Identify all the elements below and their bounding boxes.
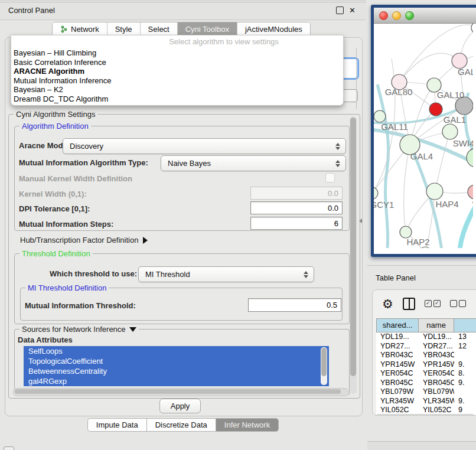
control-panel-window: Control Panel ✕ NetworkStyleSelectCyni T… bbox=[0, 0, 366, 450]
network-node[interactable] bbox=[429, 103, 442, 116]
algorithm-option[interactable]: Mutual Information Inference bbox=[12, 76, 342, 86]
which-threshold-dropdown[interactable]: MI Threshold bbox=[138, 266, 314, 282]
node-label: GAL10 bbox=[437, 90, 465, 100]
manual-kernel-width-checkbox[interactable] bbox=[325, 173, 335, 182]
table-cell: 9. bbox=[454, 360, 476, 370]
node-label: GAL4 bbox=[410, 151, 433, 161]
tab-label: Select bbox=[148, 25, 169, 34]
table-row[interactable]: YER054CYER054C8. bbox=[376, 369, 476, 379]
data-attributes-list[interactable]: SelfLoopsTopologicalCoefficientBetweenne… bbox=[24, 346, 329, 386]
table-column-header[interactable]: name bbox=[418, 318, 454, 332]
tab-network[interactable]: Network bbox=[53, 22, 107, 36]
network-node[interactable] bbox=[467, 148, 473, 167]
table-body: YDL19...YDL19...13YDR27...YDR27...12YBR0… bbox=[376, 332, 476, 415]
table-row[interactable]: YPR145WYPR145W9. bbox=[376, 360, 476, 370]
algorithm-definition-title: Algorithm Definition bbox=[19, 122, 91, 131]
table-row[interactable]: YBR043CYBR043C bbox=[376, 351, 476, 360]
mi-threshold-input[interactable]: 0.5 bbox=[248, 298, 341, 312]
network-edge[interactable] bbox=[404, 145, 410, 232]
which-threshold-label: Which threshold to use: bbox=[50, 269, 137, 278]
table-cell: YDL19... bbox=[376, 332, 419, 342]
table-cell: YBR043C bbox=[376, 351, 419, 360]
aracne-mode-dropdown[interactable]: Discovery bbox=[63, 138, 346, 154]
attributes-scrollbar[interactable] bbox=[321, 347, 327, 385]
dpi-tolerance-label: DPI Tolerance [0,1]: bbox=[19, 204, 90, 213]
tab-style[interactable]: Style bbox=[107, 22, 141, 36]
columns-icon[interactable] bbox=[403, 298, 415, 310]
mi-algorithm-type-dropdown[interactable]: Naive Bayes bbox=[161, 155, 346, 171]
close-traffic-light-icon[interactable] bbox=[379, 11, 388, 20]
minimized-panel-icon[interactable] bbox=[4, 446, 14, 450]
network-window-titlebar[interactable] bbox=[374, 8, 476, 24]
tab-cyni-toolbox[interactable]: Cyni Toolbox bbox=[178, 22, 237, 36]
kernel-width-label: Kernel Width (0,1): bbox=[19, 190, 87, 198]
network-edge[interactable] bbox=[399, 53, 459, 82]
table-cell: 13 bbox=[454, 332, 476, 342]
tab-label: Style bbox=[115, 25, 132, 34]
data-attributes-label: Data Attributes bbox=[18, 335, 73, 344]
minimize-traffic-light-icon[interactable] bbox=[392, 11, 401, 20]
algorithm-option[interactable]: Dream8 DC_TDC Algorithm bbox=[12, 94, 342, 104]
dpi-tolerance-input[interactable]: 0.0 bbox=[250, 201, 343, 214]
algorithm-option[interactable]: Bayesian – Hill Climbing bbox=[12, 48, 342, 58]
network-node[interactable] bbox=[468, 185, 473, 199]
table-row[interactable]: YLR345WYLR345W9. bbox=[376, 397, 476, 406]
network-graph-canvas[interactable]: GALGAL80GAL10GAL1GAL11SWI4GAL4HAP4YGCY1H… bbox=[374, 23, 473, 248]
float-window-icon[interactable] bbox=[336, 6, 344, 14]
sources-toggle[interactable]: Sources for Network Inference bbox=[19, 325, 139, 334]
node-label: GAL80 bbox=[385, 87, 413, 97]
chevron-updown-icon bbox=[332, 143, 345, 150]
mi-steps-input[interactable]: 6 bbox=[250, 217, 343, 230]
attribute-item[interactable]: BetweennessCentrality bbox=[24, 366, 329, 376]
table-column-header[interactable]: shared... bbox=[376, 318, 418, 332]
table-panel-card: ⚙ ✓✓ shared...name YDL19...YDL19...13YDR… bbox=[372, 289, 476, 416]
table-cell: YPR145W bbox=[419, 360, 454, 370]
mi-steps-label: Mutual Information Steps: bbox=[19, 220, 113, 229]
settings-horizontal-scrollbar[interactable] bbox=[13, 388, 348, 396]
network-edge[interactable] bbox=[459, 200, 473, 248]
attribute-item[interactable]: SelfLoops bbox=[24, 346, 329, 356]
attribute-item[interactable]: TopologicalCoefficient bbox=[24, 356, 329, 366]
sources-title: Sources for Network Inference bbox=[22, 325, 126, 334]
settings-vertical-scrollbar[interactable] bbox=[350, 116, 357, 394]
table-horizontal-scrollbar[interactable] bbox=[375, 414, 475, 416]
deselect-all-checkboxes-icon[interactable] bbox=[450, 300, 466, 307]
table-row[interactable]: YDL19...YDL19...13 bbox=[376, 332, 476, 342]
gear-icon[interactable]: ⚙ bbox=[382, 298, 393, 310]
network-node[interactable] bbox=[400, 226, 412, 238]
table-column-header[interactable] bbox=[454, 318, 476, 332]
algorithm-option[interactable]: Basic Correlation Inference bbox=[12, 58, 342, 67]
mi-threshold-definition-title: MI Threshold Definition bbox=[25, 283, 109, 292]
kernel-width-input[interactable]: 0.0 bbox=[250, 187, 343, 200]
zoom-traffic-light-icon[interactable] bbox=[405, 11, 414, 20]
apply-button[interactable]: Apply bbox=[159, 399, 201, 413]
network-node[interactable] bbox=[471, 23, 473, 34]
node-label: GAL1 bbox=[444, 115, 466, 125]
tab-label: Network bbox=[71, 25, 99, 34]
network-node[interactable] bbox=[426, 183, 443, 200]
bottom-tab-impute-data[interactable]: Impute Data bbox=[87, 418, 146, 432]
tab-select[interactable]: Select bbox=[141, 22, 178, 36]
node-table: shared...name YDL19...YDL19...13YDR27...… bbox=[376, 318, 476, 415]
algorithm-list: Bayesian – Hill ClimbingBasic Correlatio… bbox=[12, 48, 342, 104]
hub-definition-toggle[interactable]: Hub/Transcription Factor Definition bbox=[20, 236, 148, 244]
select-all-checkboxes-icon[interactable]: ✓✓ bbox=[425, 300, 441, 307]
collapse-down-icon bbox=[129, 327, 136, 332]
network-node[interactable] bbox=[442, 124, 458, 139]
network-node[interactable] bbox=[374, 110, 386, 122]
splitter-handle-icon[interactable] bbox=[359, 219, 362, 223]
attribute-item[interactable]: gal4RGexp bbox=[24, 376, 329, 386]
table-row[interactable]: YDR27...YDR27...12 bbox=[376, 342, 476, 351]
tab-jactivemnodules[interactable]: jActiveMNodules bbox=[237, 22, 310, 36]
network-edge[interactable] bbox=[435, 132, 450, 191]
algorithm-option[interactable]: ARACNE Algorithm bbox=[12, 67, 342, 76]
network-node[interactable] bbox=[374, 187, 378, 199]
bottom-tab-discretize-data[interactable]: Discretize Data bbox=[146, 418, 216, 432]
bottom-tab-infer-network[interactable]: Infer Network bbox=[216, 418, 279, 432]
table-row[interactable]: YBL079WYBL079W bbox=[376, 387, 476, 397]
network-view-window[interactable]: GALGAL80GAL10GAL1GAL11SWI4GAL4HAP4YGCY1H… bbox=[371, 5, 476, 257]
close-icon[interactable]: ✕ bbox=[349, 6, 356, 14]
algorithm-option[interactable]: Bayesian – K2 bbox=[12, 85, 342, 94]
cyni-settings-group-title: Cyni Algorithm Settings bbox=[14, 110, 97, 119]
table-row[interactable]: YBR045CYBR045C9. bbox=[376, 379, 476, 388]
